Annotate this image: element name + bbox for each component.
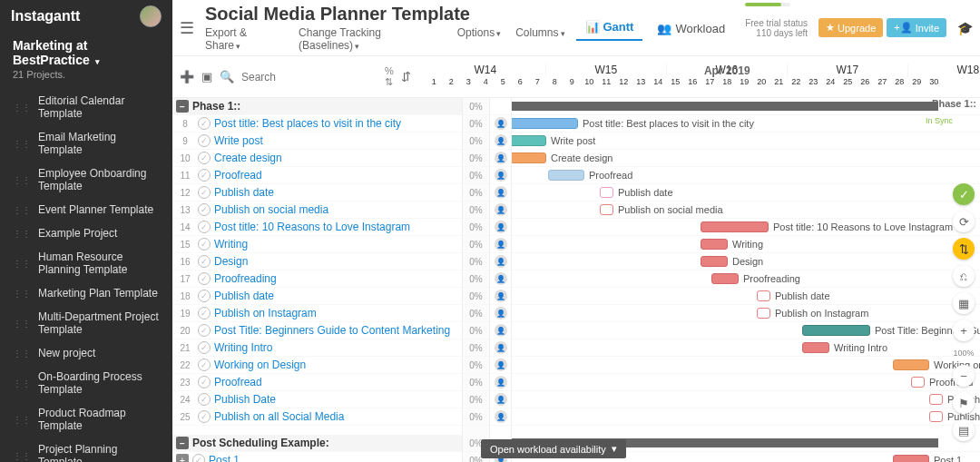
- task-row[interactable]: 24✓Publish Date: [172, 391, 462, 408]
- task-row[interactable]: 9✓Write post: [172, 133, 462, 150]
- group-bar[interactable]: [512, 102, 938, 111]
- task-row[interactable]: 17✓Proofreading: [172, 270, 462, 288]
- flag-button[interactable]: ⚑: [953, 392, 975, 414]
- collapse-icon[interactable]: −: [176, 100, 189, 113]
- task-row[interactable]: 21✓Writing Intro: [172, 339, 462, 357]
- task-name[interactable]: Proofreading: [214, 272, 458, 285]
- task-row[interactable]: 15✓Writing: [172, 236, 462, 253]
- sidebar-project-item[interactable]: ⋮⋮Project Planning Template: [0, 437, 172, 462]
- assignee-avatar[interactable]: 👤: [495, 255, 507, 268]
- gantt-bar[interactable]: Publish Date: [929, 394, 943, 405]
- zoom-out-button[interactable]: −: [953, 365, 975, 387]
- gantt-bar[interactable]: Publish date: [600, 187, 613, 198]
- gantt-bar[interactable]: Design: [701, 256, 728, 267]
- task-row[interactable]: 8✓Post title: Best places to visit in th…: [172, 115, 462, 133]
- task-row[interactable]: 16✓Design: [172, 253, 462, 270]
- sidebar-project-item[interactable]: ⋮⋮On-Boarding Process Template: [0, 365, 172, 401]
- add-section-button[interactable]: ▣: [201, 69, 212, 85]
- assignee-avatar[interactable]: 👤: [495, 203, 507, 216]
- check-button[interactable]: ✓: [953, 183, 975, 205]
- task-name[interactable]: Post Title: Beginners Guide to Content M…: [214, 324, 458, 337]
- task-row[interactable]: 13✓Publish on social media: [172, 202, 462, 219]
- gantt-bar[interactable]: Writing Intro: [802, 342, 829, 353]
- task-row[interactable]: 18✓Publish date: [172, 288, 462, 305]
- task-checkbox[interactable]: ✓: [198, 410, 211, 423]
- menu-columns[interactable]: Columns▾: [515, 26, 564, 52]
- task-row[interactable]: 23✓Proofread: [172, 374, 462, 391]
- tab-gantt[interactable]: 📊Gantt: [576, 15, 643, 41]
- assignee-avatar[interactable]: 👤: [495, 410, 507, 423]
- task-checkbox[interactable]: ✓: [198, 186, 211, 199]
- gantt-bar[interactable]: Writing: [701, 239, 728, 250]
- zoom-in-button[interactable]: +: [953, 319, 975, 341]
- gantt-bar[interactable]: Publish on Instagram: [757, 308, 770, 319]
- invite-button[interactable]: +👤 Invite: [887, 18, 946, 37]
- expand-icon[interactable]: +: [176, 454, 189, 462]
- task-row[interactable]: 19✓Publish on Instagram: [172, 305, 462, 322]
- collapse-icon[interactable]: −: [176, 437, 189, 449]
- gantt-bar[interactable]: Post 1: [893, 455, 929, 462]
- task-row[interactable]: 25✓Publish on all Social Media: [172, 408, 462, 426]
- task-checkbox[interactable]: ✓: [198, 272, 211, 285]
- sort-button[interactable]: ⇵: [401, 69, 411, 85]
- search-input[interactable]: [241, 71, 377, 84]
- user-avatar[interactable]: [140, 5, 162, 27]
- task-name[interactable]: Publish Date: [214, 393, 458, 406]
- assignee-avatar[interactable]: 👤: [495, 186, 507, 199]
- sidebar-project-item[interactable]: ⋮⋮Event Planner Template: [0, 198, 172, 221]
- refresh-button[interactable]: ⟳: [953, 211, 975, 232]
- task-checkbox[interactable]: ✓: [198, 169, 211, 182]
- assignee-avatar[interactable]: 👤: [495, 152, 507, 164]
- task-checkbox[interactable]: ✓: [198, 134, 211, 147]
- task-checkbox[interactable]: ✓: [198, 203, 211, 216]
- sidebar-project-item[interactable]: ⋮⋮Editorial Calendar Template: [0, 89, 172, 125]
- gantt-bar[interactable]: Proofread: [548, 170, 584, 181]
- task-checkbox[interactable]: ✓: [198, 376, 211, 388]
- gantt-bar[interactable]: Working on Design: [893, 359, 929, 370]
- task-checkbox[interactable]: ✓: [198, 255, 211, 268]
- task-row[interactable]: 20✓Post Title: Beginners Guide to Conten…: [172, 322, 462, 339]
- task-row[interactable]: 10✓Create design: [172, 150, 462, 167]
- task-row[interactable]: 14✓Post title: 10 Reasons to Love Instag…: [172, 219, 462, 236]
- assignee-avatar[interactable]: 👤: [495, 324, 507, 337]
- task-checkbox[interactable]: ✓: [192, 454, 205, 462]
- sidebar-project-item[interactable]: ⋮⋮New project: [0, 341, 172, 365]
- task-name[interactable]: Design: [214, 255, 458, 268]
- task-name[interactable]: Publish on social media: [214, 203, 458, 216]
- task-name[interactable]: Post title: 10 Reasons to Love Instagram: [214, 221, 458, 233]
- filter-button[interactable]: % ⇅: [385, 65, 394, 88]
- gantt-bar[interactable]: Post Title: Beginners Guide to Content M…: [802, 325, 870, 336]
- assignee-avatar[interactable]: 👤: [495, 134, 507, 147]
- task-row[interactable]: 22✓Working on Design: [172, 357, 462, 374]
- gantt-bar[interactable]: Create design: [512, 152, 546, 163]
- task-checkbox[interactable]: ✓: [198, 359, 211, 371]
- assignee-avatar[interactable]: 👤: [495, 307, 507, 319]
- sort-floating-button[interactable]: ⇅: [953, 238, 975, 260]
- gantt-bar[interactable]: Publish date: [757, 290, 770, 301]
- menu-icon[interactable]: ☰: [180, 18, 194, 38]
- task-name[interactable]: Publish date: [214, 290, 458, 302]
- task-name[interactable]: Write post: [214, 134, 458, 147]
- task-group-header[interactable]: −Phase 1::: [172, 98, 462, 115]
- assignee-avatar[interactable]: 👤: [495, 169, 507, 182]
- task-name[interactable]: Publish on Instagram: [214, 307, 458, 319]
- assignee-avatar[interactable]: 👤: [495, 117, 507, 130]
- task-name[interactable]: Publish on all Social Media: [214, 410, 458, 423]
- assignee-avatar[interactable]: 👤: [495, 290, 507, 302]
- sidebar-project-item[interactable]: ⋮⋮Email Marketing Template: [0, 125, 172, 162]
- task-row[interactable]: +✓Post 1: [172, 452, 462, 462]
- gantt-bar[interactable]: Write post: [512, 135, 546, 146]
- sidebar-project-item[interactable]: ⋮⋮Employee Onboarding Template: [0, 162, 172, 198]
- assignee-avatar[interactable]: 👤: [495, 272, 507, 285]
- task-name[interactable]: Proofread: [214, 169, 458, 182]
- task-row[interactable]: 12✓Publish date: [172, 184, 462, 202]
- task-checkbox[interactable]: ✓: [198, 290, 211, 302]
- assignee-avatar[interactable]: 👤: [495, 359, 507, 371]
- task-checkbox[interactable]: ✓: [198, 238, 211, 251]
- task-checkbox[interactable]: ✓: [198, 341, 211, 354]
- menu-options[interactable]: Options▾: [457, 26, 501, 52]
- sidebar-project-item[interactable]: ⋮⋮Product Roadmap Template: [0, 401, 172, 437]
- assignee-avatar[interactable]: 👤: [495, 341, 507, 354]
- graduation-icon[interactable]: 🎓: [957, 21, 973, 35]
- sidebar-project-item[interactable]: ⋮⋮Marketing Plan Template: [0, 281, 172, 305]
